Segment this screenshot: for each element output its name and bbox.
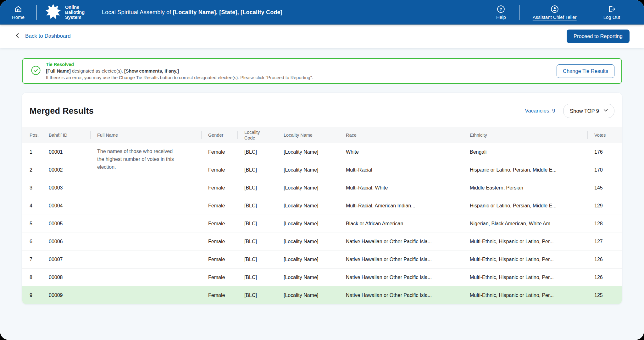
cell-race: Native Hawaiian or Other Pacific Isla... <box>339 257 463 262</box>
cell-ethnicity: Nigerian, Black American, White Am... <box>463 221 587 227</box>
cell-gender: Female <box>201 275 237 280</box>
logout-label: Log Out <box>603 14 620 20</box>
user-menu[interactable]: Assistant Chief Teller <box>519 5 590 20</box>
home-label: Home <box>12 14 25 20</box>
cell-gender: Female <box>201 185 237 191</box>
cell-locality-name: [Locality Name] <box>277 203 339 209</box>
cell-race: Multi-Racial, White <box>339 185 463 191</box>
show-top-label: Show TOP 9 <box>570 108 599 114</box>
cell-locality-name: [Locality Name] <box>277 221 339 227</box>
help-button[interactable]: ? Help <box>483 5 519 20</box>
back-to-dashboard-link[interactable]: Back to Dashboard <box>14 32 71 40</box>
cell-ethnicity: Multi-Ethnic, Hispanic or Latino, Per... <box>463 293 587 298</box>
card-title: Merged Results <box>30 106 94 116</box>
vacancies-count: Vacancies: 9 <box>525 108 555 114</box>
cell-race: Native Hawaiian or Other Pacific Isla... <box>339 293 463 298</box>
cell-locality-name: [Locality Name] <box>277 185 339 191</box>
cell-locality-code: [BLC] <box>237 275 277 280</box>
header-divider <box>93 5 93 20</box>
cell-id: 00008 <box>42 275 90 280</box>
show-top-dropdown[interactable]: Show TOP 9 <box>563 104 614 118</box>
cell-votes: 145 <box>587 185 614 191</box>
cell-gender: Female <box>201 203 237 209</box>
proceed-to-reporting-button[interactable]: Proceed to Reporting <box>567 30 630 43</box>
cell-pos: 2 <box>30 167 42 173</box>
tie-resolved-banner: Tie Resolved [Full Name] designated as e… <box>22 58 622 84</box>
banner-message: [Full Name] designated as electee(s). [S… <box>46 68 557 74</box>
column-header-pos: Pos. <box>30 132 42 138</box>
column-header-ethnicity: Ethnicity <box>463 132 587 138</box>
cell-votes: 129 <box>587 203 614 209</box>
column-header-locality-code: Locality Code <box>237 129 277 141</box>
cell-id: 00007 <box>42 257 90 262</box>
toolbar: Back to Dashboard Proceed to Reporting <box>0 25 644 48</box>
cell-pos: 6 <box>30 239 42 244</box>
cell-gender: Female <box>201 257 237 262</box>
cell-id: 00001 <box>42 149 90 155</box>
column-header-votes: Votes <box>587 132 614 138</box>
cell-votes: 128 <box>587 221 614 227</box>
user-role-label: Assistant Chief Teller <box>533 14 577 20</box>
cell-gender: Female <box>201 239 237 244</box>
column-header-full-name: Full Name <box>90 132 201 138</box>
home-button[interactable]: Home <box>12 5 25 20</box>
cell-race: Black or African American <box>339 221 463 227</box>
cell-locality-code: [BLC] <box>237 239 277 244</box>
cell-pos: 7 <box>30 257 42 262</box>
cell-id: 00009 <box>42 293 90 298</box>
banner-hint: If there is an error, you may use the Ch… <box>46 74 557 81</box>
cell-pos: 3 <box>30 185 42 191</box>
cell-ethnicity: Multi-Ethnic, Hispanic or Latino, Per... <box>463 239 587 244</box>
cell-locality-code: [BLC] <box>237 293 277 298</box>
cell-id: 00005 <box>42 221 90 227</box>
help-icon: ? <box>497 5 505 13</box>
column-header-gender: Gender <box>201 132 237 138</box>
table-row[interactable]: 700007Female[BLC][Locality Name]Native H… <box>22 250 622 268</box>
banner-text: Tie Resolved [Full Name] designated as e… <box>46 61 557 81</box>
banner-title: Tie Resolved <box>46 61 557 68</box>
table-row[interactable]: 400004Female[BLC][Locality Name]Multi-Ra… <box>22 197 622 215</box>
cell-ethnicity: Middle Eastern, Persian <box>463 185 587 191</box>
home-icon <box>14 5 22 13</box>
column-header-bahai-id: Bahá'í ID <box>42 132 90 138</box>
table-row[interactable]: 800008Female[BLC][Locality Name]Native H… <box>22 268 622 286</box>
chevron-left-icon <box>14 32 21 40</box>
cell-ethnicity: Bengali <box>463 149 587 155</box>
cell-votes: 126 <box>587 275 614 280</box>
cell-locality-code: [BLC] <box>237 257 277 262</box>
cell-locality-name: [Locality Name] <box>277 293 339 298</box>
back-label: Back to Dashboard <box>25 33 71 39</box>
table-row[interactable]: 900009Female[BLC][Locality Name]Native H… <box>22 286 622 304</box>
table-row[interactable]: 600006Female[BLC][Locality Name]Native H… <box>22 233 622 250</box>
cell-votes: 126 <box>587 257 614 262</box>
app-window: Home Online Balloting System Local Spiri… <box>0 0 644 340</box>
check-circle-icon <box>31 65 41 77</box>
nine-pointed-star-icon <box>45 3 61 21</box>
column-header-race: Race <box>339 132 463 138</box>
cell-locality-code: [BLC] <box>237 149 277 155</box>
app-header: Home Online Balloting System Local Spiri… <box>0 0 644 25</box>
table-row[interactable]: 500005Female[BLC][Locality Name]Black or… <box>22 215 622 233</box>
cell-pos: 9 <box>30 293 42 298</box>
logout-button[interactable]: Log Out <box>590 5 633 20</box>
cell-votes: 127 <box>587 239 614 244</box>
page-title: Local Spiritual Assembly of [Locality Na… <box>102 9 282 16</box>
change-tie-results-button[interactable]: Change Tie Results <box>557 64 614 78</box>
cell-race: Native Hawaiian or Other Pacific Isla... <box>339 275 463 280</box>
app-logo[interactable]: Online Balloting System <box>37 3 93 21</box>
cell-ethnicity: Multi-Ethnic, Hispanic or Latino, Per... <box>463 257 587 262</box>
user-icon <box>551 5 559 13</box>
cell-locality-code: [BLC] <box>237 167 277 173</box>
cell-locality-code: [BLC] <box>237 203 277 209</box>
cell-locality-name: [Locality Name] <box>277 257 339 262</box>
chevron-down-icon <box>603 107 608 114</box>
column-header-locality-name: Locality Name <box>277 132 339 138</box>
cell-gender: Female <box>201 293 237 298</box>
merged-results-card: Merged Results Vacancies: 9 Show TOP 9 P… <box>22 93 622 304</box>
cell-id: 00002 <box>42 167 90 173</box>
cell-race: White <box>339 149 463 155</box>
cell-pos: 4 <box>30 203 42 209</box>
cell-gender: Female <box>201 167 237 173</box>
table-row[interactable]: 300003Female[BLC][Locality Name]Multi-Ra… <box>22 179 622 197</box>
cell-ethnicity: Hispanic or Latino, Persian, Middle E... <box>463 203 587 209</box>
